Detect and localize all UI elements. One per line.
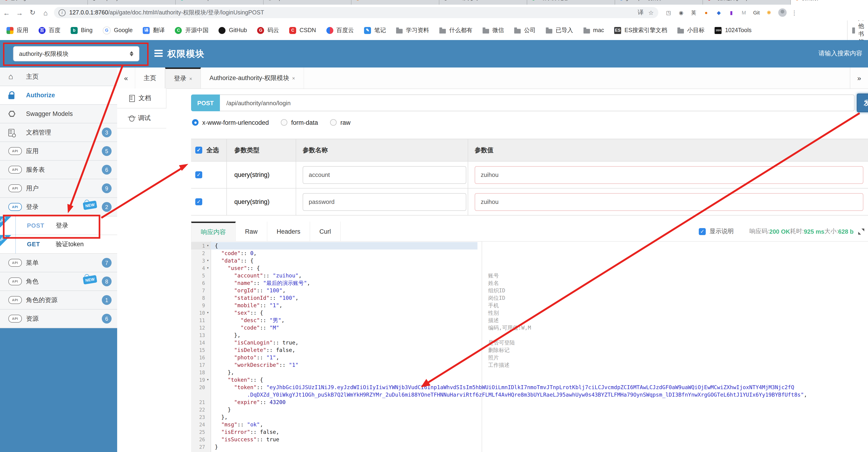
sidebar-item-服务表[interactable]: API服务表6 (0, 161, 117, 179)
response-tab-Curl[interactable]: Curl (310, 222, 341, 241)
bookmark-item[interactable]: ✎笔记 (364, 26, 386, 34)
sidebar-endpoint-post[interactable]: NEWPOST登录 (0, 217, 117, 235)
bookmark-item[interactable]: 10241024Tools (715, 27, 751, 34)
bookmark-item[interactable]: 什么都有 (439, 26, 472, 34)
request-path-input[interactable]: /api/authority/anno/login (220, 94, 855, 111)
bookmark-item[interactable]: GitHub (219, 27, 247, 34)
reload-icon[interactable]: ↻ (26, 8, 39, 17)
bookmark-item[interactable]: 百度云 (326, 26, 354, 34)
expand-icon[interactable] (858, 228, 864, 234)
side-tab-调试[interactable]: 调试 (117, 109, 166, 129)
param-value-input[interactable] (475, 166, 863, 183)
sidebar-item-登录[interactable]: API登录NEW2 (0, 198, 117, 217)
show-desc-checkbox[interactable]: ✓ (699, 228, 706, 235)
address-bar[interactable]: i 127.0.0.1:8760 /api/gate/doc.html#/aut… (54, 7, 658, 18)
fold-toggle-icon[interactable]: ▾ (205, 257, 211, 264)
module-select[interactable]: authority-权限模块 (13, 46, 140, 61)
browser-tab[interactable]: Temporary Interacti... (88, 0, 176, 5)
sidebar-item-主页[interactable]: ⌂主页 (0, 67, 117, 86)
side-tab-文档[interactable]: 文档 (117, 88, 166, 109)
back-icon[interactable]: ← (0, 9, 13, 17)
translate-icon[interactable]: 译 (638, 8, 644, 17)
forward-icon[interactable]: → (13, 9, 26, 17)
menu-icon[interactable] (154, 50, 163, 57)
bookmark-star-icon[interactable]: ☆ (648, 9, 654, 16)
bookmark-item[interactable]: GGoogle (103, 26, 133, 34)
response-tab-响应内容[interactable]: 响应内容 (191, 222, 236, 241)
sidebar-item-用户[interactable]: API用户9 (0, 179, 117, 198)
radio-raw[interactable] (330, 119, 337, 126)
profile-avatar[interactable] (778, 8, 787, 17)
row-checkbox[interactable]: ✓ (195, 198, 202, 205)
sidebar-endpoint-get[interactable]: NEWGET验证token (0, 235, 117, 254)
tab-close-icon[interactable]: × (292, 75, 295, 81)
browser-tab[interactable]: github pack 文件夹 (615, 0, 703, 5)
param-name-input[interactable] (303, 193, 466, 210)
bookmark-item[interactable]: 公司 (514, 26, 535, 34)
bookmark-item[interactable]: 百百度 (39, 26, 60, 34)
sidebar-item-应用[interactable]: API应用5 (0, 142, 117, 161)
browser-tab[interactable]: 51目录永久地址 (527, 0, 615, 5)
bookmark-item[interactable]: C开源中国 (175, 26, 209, 34)
tab-Authorize-authority-权限模块[interactable]: Authorize-authority-权限模块× (201, 67, 304, 88)
drop-ext-icon[interactable]: ◆ (715, 9, 722, 16)
sidebar-item-文档管理[interactable]: 文档管理3 (0, 123, 117, 142)
git-ext-icon[interactable]: Git (753, 9, 760, 16)
devtools-icon[interactable]: ◳ (665, 9, 672, 16)
sidebar-item-资源[interactable]: API资源6 (0, 310, 117, 328)
bookmark-item[interactable]: G码云 (257, 26, 279, 34)
select-all-checkbox[interactable]: ✓ (195, 147, 202, 153)
response-tab-Raw[interactable]: Raw (236, 222, 267, 241)
send-button[interactable]: 发送 (857, 93, 868, 112)
reader-ext-icon[interactable]: ● (703, 9, 710, 16)
other-bookmarks[interactable]: 其他书签 (847, 21, 868, 40)
row-checkbox[interactable]: ✓ (195, 171, 202, 178)
response-body-editor[interactable]: 1▾{2 "code":: 0,3▾ "data":: {4▾ "user"::… (191, 241, 868, 452)
bookmark-item[interactable]: mac (583, 27, 604, 33)
bookmark-item[interactable]: 小目标 (677, 26, 705, 34)
sidebar-item-角色[interactable]: API角色NEW8 (0, 272, 117, 291)
search-input[interactable]: 请输入搜索内容 (818, 49, 862, 58)
store-ext-icon[interactable]: ▮ (727, 9, 735, 16)
fold-toggle-icon[interactable]: ▾ (205, 264, 211, 272)
bookmark-item[interactable]: ESES搜索引擎文档 (614, 26, 667, 34)
browser-tab[interactable]: C 文件过大 (pack) (703, 0, 791, 5)
sidebar-item-Swagger Models[interactable]: Swagger Models (0, 105, 117, 123)
tabs-scroll-right-icon[interactable]: » (850, 67, 868, 88)
sidebar-item-菜单[interactable]: API菜单7 (0, 254, 117, 272)
browser-tab[interactable]: Habse (351, 0, 439, 5)
radio-x-www-form-urlencoded[interactable] (192, 119, 198, 126)
sidebar-item-Authorize[interactable]: Authorize (0, 86, 117, 105)
radio-form-data[interactable] (281, 119, 287, 126)
color-ext-icon[interactable]: ❋ (765, 9, 773, 16)
tab-登录[interactable]: 登录× (165, 67, 201, 88)
bookmark-item[interactable]: 应用 (6, 26, 28, 34)
param-name-input[interactable] (303, 166, 466, 183)
bookmark-item[interactable]: CCSDN (289, 27, 316, 34)
bookmark-item[interactable]: 已导入 (546, 26, 573, 34)
browser-tab[interactable]: 登录/loginUsin... (0, 0, 88, 5)
fold-toggle-icon[interactable]: ▾ (205, 242, 211, 250)
screenshot-icon[interactable]: ◉ (677, 9, 685, 16)
bookmark-item[interactable]: 译翻译 (143, 26, 165, 34)
tab-close-icon[interactable]: × (189, 76, 192, 82)
browser-menu-icon[interactable]: ⋮ (791, 9, 797, 16)
fold-toggle-icon[interactable]: ▾ (205, 376, 211, 384)
response-tab-Headers[interactable]: Headers (267, 222, 310, 241)
english-ext-icon[interactable]: 英 (690, 9, 698, 16)
gmail-ext-icon[interactable]: M (740, 9, 748, 16)
bookmark-item[interactable]: 学习资料 (396, 26, 429, 34)
param-value-input[interactable] (475, 193, 863, 210)
bookmark-item[interactable]: 微信 (483, 26, 504, 34)
bookmark-item[interactable]: bBing (71, 27, 93, 34)
tab-主页[interactable]: 主页 (135, 67, 165, 88)
browser-tab[interactable]: Redis 命令参考 (439, 0, 527, 5)
sidebar-item-角色的资源[interactable]: API角色的资源1 (0, 291, 117, 310)
home-icon[interactable]: ⌂ (39, 9, 52, 17)
fold-toggle-icon[interactable]: ▾ (205, 309, 211, 316)
tabs-scroll-left-icon[interactable]: « (117, 67, 135, 88)
browser-tab[interactable]: 权限模块 (791, 0, 868, 5)
browser-tab[interactable]: Zana - Jumpserver (176, 0, 264, 5)
browser-tab[interactable]: https://sh2.15... (264, 0, 351, 5)
site-info-icon[interactable]: i (59, 9, 66, 16)
